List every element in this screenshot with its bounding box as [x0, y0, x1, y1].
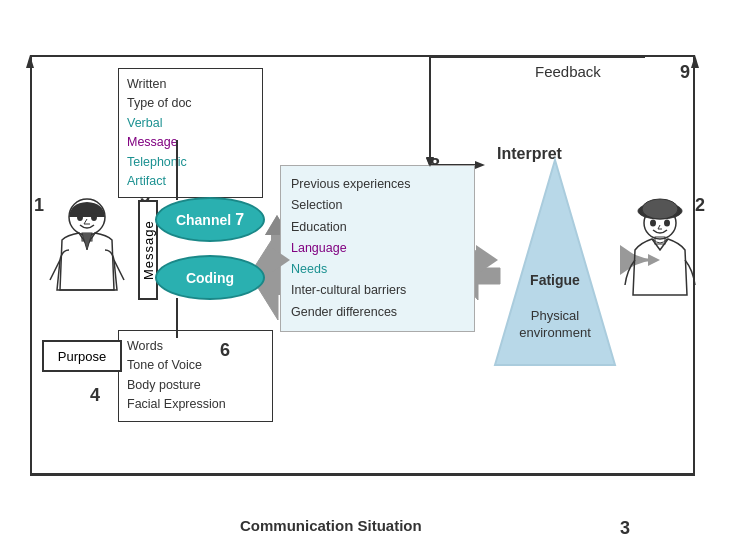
num-4: 4 [90, 385, 100, 406]
filter-item-1: Selection [291, 195, 464, 216]
num-9: 9 [680, 62, 690, 83]
filter-item-6: Gender differences [291, 302, 464, 323]
svg-point-15 [91, 213, 97, 221]
feedback-label: Feedback [535, 63, 601, 80]
filter-item-3: Language [291, 238, 464, 259]
num-2: 2 [695, 195, 705, 216]
bracket-8 [415, 57, 450, 172]
svg-point-14 [77, 213, 83, 221]
num-6: 6 [220, 340, 230, 361]
svg-point-32 [664, 220, 670, 227]
coding-ellipse: Coding [155, 255, 265, 300]
lower-item-3: Facial Expression [127, 395, 264, 414]
filter-box: Previous experiences Selection Education… [280, 165, 475, 332]
num-3: 3 [620, 518, 630, 539]
upper-list-item-3: Message [127, 133, 254, 152]
upper-to-channel-line [175, 140, 179, 200]
upper-list-item-1: Type of doc [127, 94, 254, 113]
filter-to-triangle-arrow [476, 245, 498, 275]
svg-marker-26 [476, 245, 498, 275]
coding-to-filter-arrow [268, 245, 290, 275]
svg-point-30 [642, 199, 678, 219]
upper-list-item-4: Telephonic [127, 153, 254, 172]
lower-item-1: Tone of Voice [127, 356, 264, 375]
upper-list-item-2: Verbal [127, 114, 254, 133]
filter-item-5: Inter-cultural barriers [291, 280, 464, 301]
channel-num: 7 [235, 211, 244, 229]
purpose-box: Purpose [42, 340, 122, 372]
comm-situation-label: Communication Situation [240, 517, 422, 534]
diagram-container: Feedback 9 Interpret 8 1 [0, 0, 731, 547]
filter-item-4: Needs [291, 259, 464, 280]
sender-figure [42, 195, 132, 305]
lower-to-coding-line [175, 298, 179, 338]
filter-item-0: Previous experiences [291, 174, 464, 195]
upper-list-item-5: Artifact [127, 172, 254, 191]
lower-list-box: Words Tone of Voice Body posture Facial … [118, 330, 273, 422]
lower-item-0: Words [127, 337, 264, 356]
svg-text:Fatigue: Fatigue [530, 272, 580, 288]
svg-marker-37 [426, 157, 434, 167]
svg-text:environment: environment [519, 325, 591, 340]
filter-item-2: Education [291, 217, 464, 238]
receiver-figure [615, 195, 705, 305]
purpose-label: Purpose [58, 349, 106, 364]
svg-text:Physical: Physical [531, 308, 580, 323]
upper-list-item-0: Written [127, 75, 254, 94]
svg-marker-25 [268, 245, 290, 275]
triangle-svg: Fatigue Physical environment [490, 155, 620, 370]
lower-item-2: Body posture [127, 376, 264, 395]
channel-ellipse: Channel 7 [155, 197, 265, 242]
svg-point-31 [650, 220, 656, 227]
upper-list-box: Written Type of doc Verbal Message Telep… [118, 68, 263, 198]
